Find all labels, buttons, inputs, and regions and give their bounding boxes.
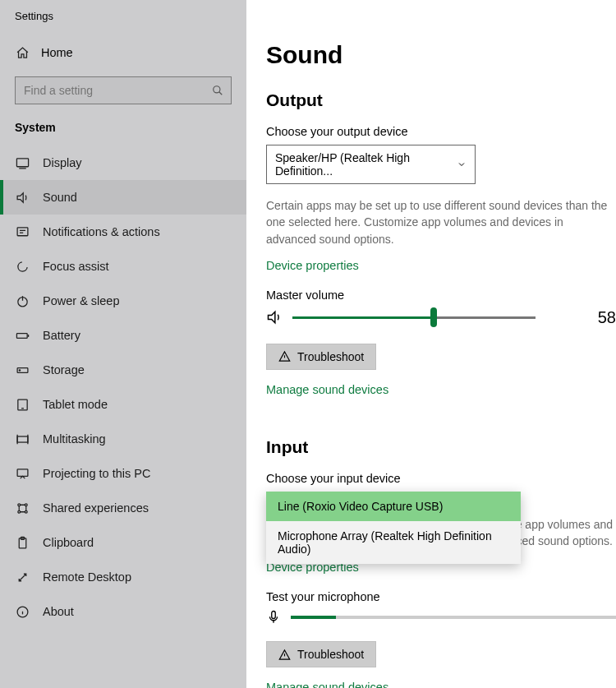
svg-point-13 <box>19 369 20 370</box>
svg-marker-4 <box>17 192 23 201</box>
search-icon <box>212 85 223 96</box>
window-title: Settings <box>0 10 246 37</box>
sidebar-item-tablet-mode[interactable]: Tablet mode <box>0 387 246 422</box>
sidebar-item-label: Multitasking <box>43 432 106 446</box>
sidebar-item-multitasking[interactable]: Multitasking <box>0 422 246 456</box>
microphone-icon <box>266 610 281 625</box>
sidebar-nav: Display Sound Notifications & actions Fo… <box>0 145 246 688</box>
svg-rect-16 <box>17 436 28 441</box>
svg-line-1 <box>219 92 223 95</box>
output-choose-label: Choose your output device <box>266 125 616 138</box>
home-button[interactable]: Home <box>0 37 246 68</box>
sidebar-item-projecting[interactable]: Projecting to this PC <box>0 456 246 491</box>
volume-track[interactable] <box>292 316 536 319</box>
svg-rect-32 <box>272 612 276 619</box>
svg-point-22 <box>17 510 20 513</box>
output-device-properties-link[interactable]: Device properties <box>266 259 359 272</box>
power-icon <box>15 293 30 308</box>
sidebar-item-sound[interactable]: Sound <box>0 180 246 215</box>
troubleshoot-label: Troubleshoot <box>297 350 364 363</box>
search-input[interactable] <box>15 76 232 104</box>
svg-point-23 <box>25 510 27 513</box>
input-manage-link[interactable]: Manage sound devices <box>266 681 388 688</box>
sidebar-item-label: Storage <box>43 363 85 376</box>
warning-icon <box>278 350 291 362</box>
mic-track <box>291 616 616 619</box>
svg-rect-2 <box>16 158 28 166</box>
dropdown-option-line[interactable]: Line (Roxio Video Capture USB) <box>266 492 521 521</box>
master-volume-label: Master volume <box>266 289 616 302</box>
mic-level-meter <box>266 610 616 625</box>
input-heading: Input <box>266 437 616 457</box>
shared-experiences-icon <box>15 501 30 515</box>
output-help-text: Certain apps may be set up to use differ… <box>266 197 616 247</box>
chevron-down-icon <box>457 159 467 169</box>
sidebar-item-label: Shared experiences <box>43 501 149 515</box>
sidebar-item-focus-assist[interactable]: Focus assist <box>0 249 246 284</box>
output-troubleshoot-button[interactable]: Troubleshoot <box>266 344 376 370</box>
troubleshoot-label: Troubleshoot <box>297 648 364 661</box>
display-icon <box>15 155 30 170</box>
svg-point-0 <box>214 86 220 93</box>
home-label: Home <box>41 46 73 59</box>
remote-desktop-icon <box>15 570 30 584</box>
warning-icon <box>278 649 291 661</box>
sidebar-item-label: Focus assist <box>43 260 109 273</box>
output-heading: Output <box>266 90 616 110</box>
sidebar-item-about[interactable]: About <box>0 594 246 629</box>
output-device-select[interactable]: Speaker/HP (Realtek High Definition... <box>266 145 476 184</box>
sidebar-item-label: Projecting to this PC <box>43 467 150 480</box>
focus-assist-icon <box>15 259 30 274</box>
output-manage-link[interactable]: Manage sound devices <box>266 383 388 396</box>
sidebar-item-label: Display <box>43 156 82 169</box>
svg-point-20 <box>17 503 20 506</box>
output-device-value: Speaker/HP (Realtek High Definition... <box>275 151 457 178</box>
volume-value: 58 <box>586 308 616 327</box>
search-box[interactable] <box>15 76 232 104</box>
projecting-icon <box>15 466 30 481</box>
sidebar-item-notifications[interactable]: Notifications & actions <box>0 215 246 249</box>
sidebar-heading: System <box>0 116 246 145</box>
test-mic-label: Test your microphone <box>266 590 616 603</box>
input-device-dropdown[interactable]: Line (Roxio Video Capture USB) Microphon… <box>266 492 521 564</box>
sidebar-item-label: Clipboard <box>43 536 94 549</box>
sidebar-item-remote-desktop[interactable]: Remote Desktop <box>0 560 246 594</box>
svg-rect-10 <box>16 333 27 338</box>
volume-icon <box>266 309 283 326</box>
page-title: Sound <box>266 41 616 69</box>
home-icon <box>15 45 30 60</box>
sidebar-item-label: About <box>43 605 74 618</box>
sidebar-item-label: Notifications & actions <box>43 225 160 238</box>
svg-rect-19 <box>17 469 28 476</box>
battery-icon <box>15 328 30 343</box>
sidebar-item-power-sleep[interactable]: Power & sleep <box>0 284 246 318</box>
sidebar-item-label: Power & sleep <box>43 294 120 307</box>
volume-thumb[interactable] <box>430 307 437 327</box>
sound-icon <box>15 190 30 205</box>
multitasking-icon <box>15 432 30 446</box>
svg-rect-5 <box>17 227 28 235</box>
input-choose-label: Choose your input device <box>266 472 616 485</box>
master-volume-slider[interactable]: 58 <box>266 308 616 327</box>
sidebar-item-battery[interactable]: Battery <box>0 318 246 353</box>
sidebar-item-display[interactable]: Display <box>0 145 246 180</box>
sidebar-item-shared-experiences[interactable]: Shared experiences <box>0 491 246 525</box>
about-icon <box>15 604 30 619</box>
sidebar-item-label: Tablet mode <box>43 398 108 411</box>
tablet-icon <box>15 397 30 412</box>
dropdown-option-mic-array[interactable]: Microphone Array (Realtek High Definitio… <box>266 521 521 564</box>
sidebar-item-label: Battery <box>43 329 80 342</box>
main-content: Sound Output Choose your output device S… <box>246 0 616 688</box>
sidebar-item-label: Remote Desktop <box>43 570 131 584</box>
sidebar-item-storage[interactable]: Storage <box>0 353 246 387</box>
svg-point-21 <box>25 503 27 506</box>
clipboard-icon <box>15 535 30 550</box>
notifications-icon <box>15 224 30 239</box>
sidebar-item-clipboard[interactable]: Clipboard <box>0 525 246 560</box>
sidebar: Settings Home System Display Sound <box>0 0 246 688</box>
svg-marker-29 <box>269 312 275 323</box>
input-troubleshoot-button[interactable]: Troubleshoot <box>266 641 376 667</box>
storage-icon <box>15 362 30 377</box>
sidebar-item-label: Sound <box>43 191 77 204</box>
